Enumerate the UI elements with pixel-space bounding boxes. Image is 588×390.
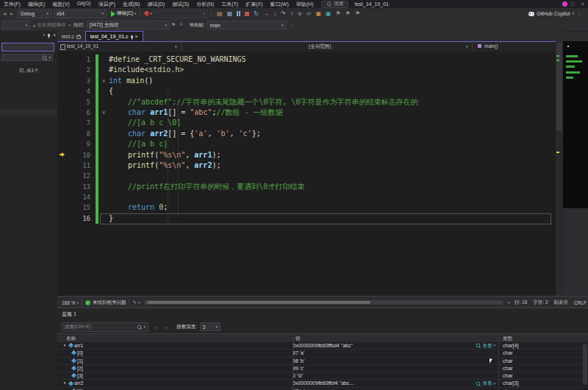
code-line[interactable]: 9//[a b c] bbox=[57, 139, 556, 149]
watch-value-cell[interactable]: 0 '\0' bbox=[293, 372, 498, 379]
glyph-margin-cell[interactable] bbox=[57, 86, 71, 96]
editor-vertical-scrollbar[interactable] bbox=[556, 41, 563, 296]
show-next-statement-icon[interactable]: → bbox=[263, 11, 269, 17]
code-line[interactable]: 2#include<stdio.h> bbox=[57, 65, 556, 75]
navigate-back-icon[interactable]: ◂ bbox=[3, 11, 6, 17]
menu-item[interactable]: 调试(D) bbox=[143, 1, 168, 8]
symbol-dropdown[interactable]: main() bbox=[484, 43, 498, 49]
expander-icon[interactable]: ▾ bbox=[62, 380, 68, 386]
maximize-button[interactable]: □ bbox=[567, 1, 578, 7]
code-line[interactable]: 10printf("%s\n", arr1); bbox=[57, 150, 556, 160]
watch-name-cell[interactable]: [0] bbox=[57, 350, 293, 356]
navigate-forward-icon[interactable]: ▸ bbox=[10, 11, 13, 17]
account-avatar[interactable] bbox=[562, 1, 567, 7]
watch-row[interactable]: [1]98 'b'char bbox=[57, 358, 588, 365]
tab-test-c[interactable]: test.c bbox=[57, 32, 85, 41]
code-line[interactable]: 15return 0; bbox=[57, 202, 556, 213]
watch-name-cell[interactable]: ▾arr2 bbox=[57, 380, 293, 386]
chevron-down-icon[interactable]: ▾ bbox=[138, 301, 140, 305]
snapshot-icon[interactable]: ▣ bbox=[326, 11, 331, 17]
menu-item[interactable]: 项目(P) bbox=[95, 1, 119, 8]
watch-name-cell[interactable]: [1] bbox=[57, 358, 293, 364]
code-line[interactable]: 6∨char arr1[] = "abc";//数组 - 一组数据 bbox=[57, 107, 556, 118]
code-line[interactable]: 8char arr2[] = {'a', 'b', 'c'}; bbox=[57, 129, 556, 139]
feedback-icon[interactable]: ⋮ bbox=[576, 11, 582, 17]
pin-icon[interactable] bbox=[48, 34, 50, 37]
watch-search-input[interactable]: 搜索(Ctrl+E) ▾ bbox=[62, 322, 148, 332]
indent-indicator[interactable]: 制表符 bbox=[554, 299, 569, 306]
close-icon[interactable]: × bbox=[53, 32, 56, 38]
bookmark-1-icon[interactable]: ⚑ bbox=[336, 11, 341, 17]
menu-item[interactable]: 编辑(E) bbox=[24, 1, 49, 8]
glyph-margin-cell[interactable] bbox=[57, 129, 71, 139]
swap-icon[interactable]: ⇄ bbox=[306, 11, 312, 17]
menu-item[interactable]: 生成(B) bbox=[119, 1, 143, 8]
glyph-margin-cell[interactable] bbox=[57, 160, 71, 171]
add-item-icon[interactable]: ▤ bbox=[217, 11, 223, 17]
watch-row[interactable]: [2]99 'c'char bbox=[57, 365, 588, 372]
line-indicator[interactable]: 行: 16 bbox=[514, 299, 527, 306]
watch-name-cell[interactable]: [3] bbox=[57, 372, 293, 379]
menu-item[interactable]: 分析(N) bbox=[193, 1, 218, 8]
titlebar-search-box[interactable]: 搜索 bbox=[321, 1, 348, 8]
watch-panel-title[interactable]: 监视 1 bbox=[62, 311, 76, 318]
column-header-name[interactable]: 名称 bbox=[66, 336, 76, 342]
fold-chevron-icon[interactable]: ∨ bbox=[98, 76, 109, 86]
menu-item[interactable]: 扩展(X) bbox=[242, 1, 266, 8]
watch-scrollbar[interactable] bbox=[583, 344, 587, 385]
bookmark-2-icon[interactable]: ⚑ bbox=[345, 11, 351, 17]
column-header-type[interactable]: 类型 bbox=[503, 336, 512, 342]
scrollbar-thumb[interactable] bbox=[147, 301, 370, 304]
glyph-margin-cell[interactable] bbox=[57, 202, 71, 213]
scope-dropdown[interactable]: (全局范围) bbox=[309, 43, 331, 50]
watch-name-cell[interactable]: [2] bbox=[57, 365, 293, 372]
code-line[interactable]: 3∨int main() bbox=[57, 76, 556, 86]
bookmark-3-icon[interactable]: ⚑ bbox=[355, 11, 360, 17]
pen-icon[interactable]: ✎ bbox=[132, 299, 136, 305]
pin-icon[interactable] bbox=[131, 35, 133, 38]
chevron-down-icon[interactable]: ▾ bbox=[135, 12, 137, 15]
process-dropdown[interactable]: ▾ bbox=[2, 21, 30, 29]
code-line[interactable]: 1#define _CRT_SECURE_NO_WARNINGS bbox=[57, 54, 556, 65]
diagnostics-icon[interactable]: ◈ bbox=[298, 11, 302, 17]
quick-actions-icon[interactable]: ▦ bbox=[227, 11, 233, 17]
code-line[interactable]: 14 bbox=[57, 192, 556, 202]
menu-item[interactable]: 视图(V) bbox=[49, 1, 73, 8]
watch-row[interactable]: [0]97 'a'char bbox=[57, 350, 588, 357]
glyph-margin-cell[interactable] bbox=[57, 182, 71, 192]
continue-icon[interactable] bbox=[111, 11, 115, 17]
step-into-icon[interactable]: ↓ bbox=[273, 11, 276, 17]
watch-name-cell[interactable]: ▾arr1 bbox=[57, 342, 293, 349]
code-line[interactable]: 13//printf在打印字符串的时候，要遇到\0才打印结束 bbox=[57, 182, 556, 192]
column-indicator[interactable]: 字符: 2 bbox=[533, 299, 548, 306]
console-window[interactable] bbox=[563, 41, 588, 208]
stop-debugging-icon[interactable] bbox=[245, 12, 249, 16]
panel-search-input[interactable]: ▾ bbox=[1, 54, 53, 61]
code-line[interactable]: 7//[a b c \0] bbox=[57, 118, 556, 128]
watch-row[interactable]: [3]0 '\0'char bbox=[57, 372, 588, 380]
glyph-margin-cell[interactable] bbox=[57, 107, 71, 118]
watch-value-cell[interactable]: 97 'a' bbox=[293, 350, 498, 356]
code-line[interactable]: 16} bbox=[57, 213, 556, 224]
glyph-margin-cell[interactable] bbox=[57, 213, 71, 224]
chevron-down-icon[interactable]: ▾ bbox=[175, 44, 177, 49]
search-next-icon[interactable]: → bbox=[164, 325, 169, 330]
chevron-down-icon[interactable]: ▾ bbox=[43, 33, 45, 37]
scroll-right-icon[interactable]: ▾ bbox=[507, 302, 511, 304]
code-line[interactable]: 4{ bbox=[57, 86, 556, 96]
code-line[interactable]: 11printf("%s\n", arr2); bbox=[57, 160, 556, 171]
glyph-margin-cell[interactable] bbox=[57, 139, 71, 149]
glyph-margin-cell[interactable] bbox=[57, 97, 71, 107]
menu-item[interactable]: 工具(T) bbox=[218, 1, 242, 8]
flag-outline-icon[interactable]: ⚑ bbox=[179, 22, 183, 28]
break-all-icon[interactable] bbox=[237, 11, 240, 16]
menu-item[interactable]: Git(G) bbox=[74, 1, 95, 8]
platform-dropdown[interactable]: x64▾ bbox=[54, 10, 107, 18]
menu-item[interactable]: 窗口(W) bbox=[266, 1, 292, 8]
watch-value-cell[interactable]: 98 'b' bbox=[293, 358, 498, 364]
flag-icon[interactable]: ⚑ bbox=[171, 22, 176, 28]
fold-chevron-icon[interactable]: ∨ bbox=[98, 107, 109, 118]
step-over-icon[interactable]: ↷ bbox=[281, 11, 286, 17]
glyph-margin-cell[interactable] bbox=[57, 76, 71, 86]
view-visualizer-link[interactable]: 查看▾ bbox=[476, 342, 495, 349]
